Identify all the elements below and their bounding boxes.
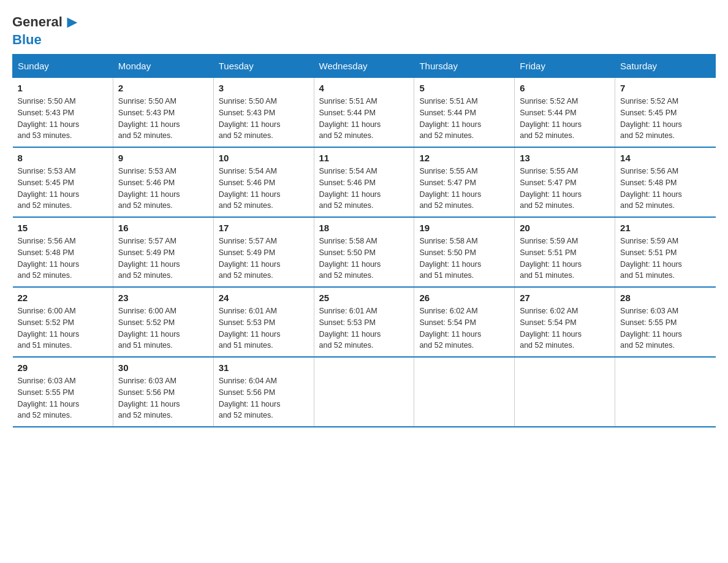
calendar-cell: 8 Sunrise: 5:53 AM Sunset: 5:45 PM Dayli… xyxy=(13,147,113,217)
calendar-cell: 10 Sunrise: 5:54 AM Sunset: 5:46 PM Dayl… xyxy=(213,147,314,217)
calendar-cell xyxy=(515,357,615,427)
calendar-cell: 20 Sunrise: 5:59 AM Sunset: 5:51 PM Dayl… xyxy=(515,217,615,287)
day-info: Sunrise: 6:02 AM Sunset: 5:54 PM Dayligh… xyxy=(419,305,509,351)
day-info: Sunrise: 6:03 AM Sunset: 5:55 PM Dayligh… xyxy=(18,375,108,421)
calendar-cell: 7 Sunrise: 5:52 AM Sunset: 5:45 PM Dayli… xyxy=(615,78,716,148)
day-info: Sunrise: 5:57 AM Sunset: 5:49 PM Dayligh… xyxy=(118,236,208,282)
calendar-cell: 28 Sunrise: 6:03 AM Sunset: 5:55 PM Dayl… xyxy=(615,287,716,357)
calendar-cell: 3 Sunrise: 5:50 AM Sunset: 5:43 PM Dayli… xyxy=(213,78,314,148)
day-number: 11 xyxy=(319,153,409,163)
day-info: Sunrise: 5:51 AM Sunset: 5:44 PM Dayligh… xyxy=(319,96,409,142)
day-info: Sunrise: 6:01 AM Sunset: 5:53 PM Dayligh… xyxy=(319,305,409,351)
calendar-cell: 12 Sunrise: 5:55 AM Sunset: 5:47 PM Dayl… xyxy=(414,147,515,217)
day-info: Sunrise: 6:00 AM Sunset: 5:52 PM Dayligh… xyxy=(18,305,108,351)
day-number: 14 xyxy=(620,153,710,163)
day-number: 18 xyxy=(319,223,409,233)
calendar-cell: 26 Sunrise: 6:02 AM Sunset: 5:54 PM Dayl… xyxy=(414,287,515,357)
day-number: 17 xyxy=(219,223,309,233)
day-info: Sunrise: 5:50 AM Sunset: 5:43 PM Dayligh… xyxy=(219,96,309,142)
day-info: Sunrise: 5:52 AM Sunset: 5:45 PM Dayligh… xyxy=(620,96,710,142)
day-number: 15 xyxy=(18,223,108,233)
calendar-cell: 22 Sunrise: 6:00 AM Sunset: 5:52 PM Dayl… xyxy=(13,287,113,357)
logo-arrow-icon: ► xyxy=(64,12,81,32)
day-info: Sunrise: 5:54 AM Sunset: 5:46 PM Dayligh… xyxy=(219,166,309,212)
calendar-cell: 25 Sunrise: 6:01 AM Sunset: 5:53 PM Dayl… xyxy=(314,287,414,357)
day-info: Sunrise: 5:58 AM Sunset: 5:50 PM Dayligh… xyxy=(419,236,509,282)
day-info: Sunrise: 5:51 AM Sunset: 5:44 PM Dayligh… xyxy=(419,96,509,142)
day-info: Sunrise: 5:57 AM Sunset: 5:49 PM Dayligh… xyxy=(219,236,309,282)
calendar-cell: 17 Sunrise: 5:57 AM Sunset: 5:49 PM Dayl… xyxy=(213,217,314,287)
day-info: Sunrise: 6:00 AM Sunset: 5:52 PM Dayligh… xyxy=(118,305,208,351)
day-number: 8 xyxy=(18,153,108,163)
logo-blue-text: Blue xyxy=(12,32,42,48)
header-saturday: Saturday xyxy=(615,55,716,78)
day-info: Sunrise: 5:59 AM Sunset: 5:51 PM Dayligh… xyxy=(620,236,710,282)
day-info: Sunrise: 6:03 AM Sunset: 5:56 PM Dayligh… xyxy=(118,375,208,421)
day-info: Sunrise: 6:01 AM Sunset: 5:53 PM Dayligh… xyxy=(219,305,309,351)
calendar-cell xyxy=(414,357,515,427)
day-number: 4 xyxy=(319,83,409,93)
week-row-1: 1 Sunrise: 5:50 AM Sunset: 5:43 PM Dayli… xyxy=(13,78,716,148)
day-number: 20 xyxy=(520,223,610,233)
calendar-cell: 14 Sunrise: 5:56 AM Sunset: 5:48 PM Dayl… xyxy=(615,147,716,217)
calendar-table: SundayMondayTuesdayWednesdayThursdayFrid… xyxy=(12,54,716,427)
day-number: 13 xyxy=(520,153,610,163)
day-info: Sunrise: 6:02 AM Sunset: 5:54 PM Dayligh… xyxy=(520,305,610,351)
day-number: 12 xyxy=(419,153,509,163)
day-info: Sunrise: 5:50 AM Sunset: 5:43 PM Dayligh… xyxy=(18,96,108,142)
header-monday: Monday xyxy=(113,55,213,78)
day-number: 10 xyxy=(219,153,309,163)
calendar-cell: 21 Sunrise: 5:59 AM Sunset: 5:51 PM Dayl… xyxy=(615,217,716,287)
header-friday: Friday xyxy=(515,55,615,78)
day-number: 29 xyxy=(18,362,108,373)
logo: General ► Blue xyxy=(12,12,82,48)
day-info: Sunrise: 5:50 AM Sunset: 5:43 PM Dayligh… xyxy=(118,96,208,142)
day-number: 2 xyxy=(118,83,208,93)
day-number: 21 xyxy=(620,223,710,233)
day-number: 31 xyxy=(219,362,309,373)
day-info: Sunrise: 5:53 AM Sunset: 5:45 PM Dayligh… xyxy=(18,166,108,212)
page-header: General ► Blue xyxy=(12,12,716,48)
day-info: Sunrise: 6:03 AM Sunset: 5:55 PM Dayligh… xyxy=(620,305,710,351)
day-info: Sunrise: 5:56 AM Sunset: 5:48 PM Dayligh… xyxy=(620,166,710,212)
day-number: 1 xyxy=(18,83,108,93)
calendar-cell: 23 Sunrise: 6:00 AM Sunset: 5:52 PM Dayl… xyxy=(113,287,213,357)
day-number: 27 xyxy=(520,293,610,303)
header-tuesday: Tuesday xyxy=(213,55,314,78)
day-info: Sunrise: 5:59 AM Sunset: 5:51 PM Dayligh… xyxy=(520,236,610,282)
day-number: 23 xyxy=(118,293,208,303)
calendar-cell: 29 Sunrise: 6:03 AM Sunset: 5:55 PM Dayl… xyxy=(13,357,113,427)
day-info: Sunrise: 5:58 AM Sunset: 5:50 PM Dayligh… xyxy=(319,236,409,282)
calendar-cell: 15 Sunrise: 5:56 AM Sunset: 5:48 PM Dayl… xyxy=(13,217,113,287)
day-number: 30 xyxy=(118,362,208,373)
day-info: Sunrise: 5:55 AM Sunset: 5:47 PM Dayligh… xyxy=(419,166,509,212)
calendar-cell: 13 Sunrise: 5:55 AM Sunset: 5:47 PM Dayl… xyxy=(515,147,615,217)
day-number: 19 xyxy=(419,223,509,233)
day-number: 9 xyxy=(118,153,208,163)
day-number: 7 xyxy=(620,83,710,93)
calendar-cell: 27 Sunrise: 6:02 AM Sunset: 5:54 PM Dayl… xyxy=(515,287,615,357)
days-header-row: SundayMondayTuesdayWednesdayThursdayFrid… xyxy=(13,55,716,78)
day-number: 28 xyxy=(620,293,710,303)
day-number: 26 xyxy=(419,293,509,303)
day-info: Sunrise: 5:53 AM Sunset: 5:46 PM Dayligh… xyxy=(118,166,208,212)
day-number: 5 xyxy=(419,83,509,93)
day-number: 3 xyxy=(219,83,309,93)
calendar-cell xyxy=(314,357,414,427)
calendar-cell: 2 Sunrise: 5:50 AM Sunset: 5:43 PM Dayli… xyxy=(113,78,213,148)
calendar-cell: 4 Sunrise: 5:51 AM Sunset: 5:44 PM Dayli… xyxy=(314,78,414,148)
calendar-cell: 16 Sunrise: 5:57 AM Sunset: 5:49 PM Dayl… xyxy=(113,217,213,287)
calendar-cell: 31 Sunrise: 6:04 AM Sunset: 5:56 PM Dayl… xyxy=(213,357,314,427)
day-number: 25 xyxy=(319,293,409,303)
week-row-5: 29 Sunrise: 6:03 AM Sunset: 5:55 PM Dayl… xyxy=(13,357,716,427)
day-number: 16 xyxy=(118,223,208,233)
day-info: Sunrise: 5:55 AM Sunset: 5:47 PM Dayligh… xyxy=(520,166,610,212)
day-info: Sunrise: 5:54 AM Sunset: 5:46 PM Dayligh… xyxy=(319,166,409,212)
header-thursday: Thursday xyxy=(414,55,515,78)
calendar-cell: 5 Sunrise: 5:51 AM Sunset: 5:44 PM Dayli… xyxy=(414,78,515,148)
logo-general-text: General xyxy=(12,14,63,30)
day-number: 24 xyxy=(219,293,309,303)
header-wednesday: Wednesday xyxy=(314,55,414,78)
week-row-4: 22 Sunrise: 6:00 AM Sunset: 5:52 PM Dayl… xyxy=(13,287,716,357)
day-info: Sunrise: 6:04 AM Sunset: 5:56 PM Dayligh… xyxy=(219,375,309,421)
